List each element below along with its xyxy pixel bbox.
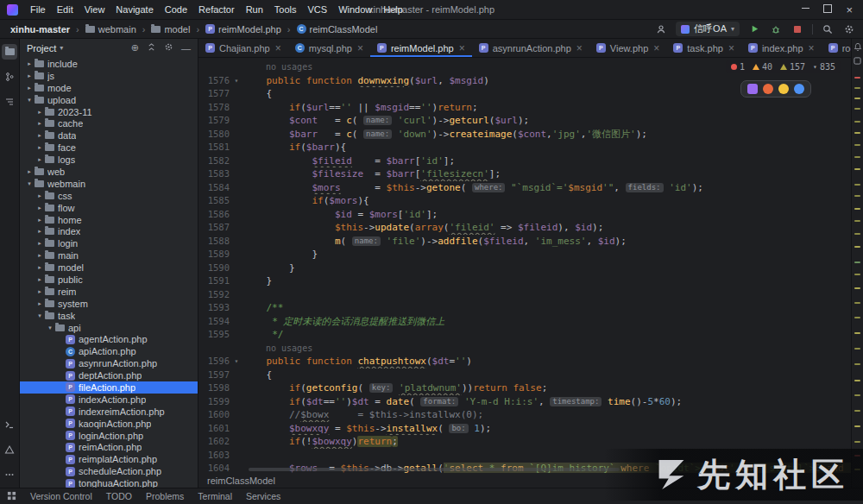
minimize-icon[interactable]	[802, 8, 809, 9]
breadcrumb-reimclassmodel[interactable]: CreimClassModel	[293, 23, 381, 35]
tab-rockfun-php[interactable]: ProckFun.php×	[822, 39, 851, 57]
tree-item-home[interactable]: ▸home	[20, 214, 198, 226]
tree-item-cache[interactable]: ▸cache	[20, 117, 198, 129]
collapse-all-icon[interactable]	[147, 42, 156, 54]
statusbar-terminal[interactable]: Terminal	[198, 491, 232, 501]
tree-item-fileaction-php[interactable]: PfileAction.php	[20, 381, 198, 394]
breadcrumb-webmain[interactable]: webmain	[82, 23, 140, 35]
structure-tool-icon[interactable]	[2, 94, 17, 110]
tree-item-task[interactable]: ▾task	[20, 310, 198, 322]
tool-windows-icon[interactable]	[7, 491, 16, 502]
breadcrumb-model[interactable]: model	[148, 23, 193, 35]
tree-item-main[interactable]: ▸main	[20, 249, 198, 261]
tab-index-php[interactable]: Pindex.php×	[741, 39, 822, 57]
project-panel-title[interactable]: Project	[27, 43, 56, 54]
tree-item-model[interactable]: ▸model	[20, 261, 198, 274]
tree-item-face[interactable]: ▸face	[20, 142, 198, 154]
tree-item-deptaction-php[interactable]: PdeptAction.php	[20, 369, 198, 381]
run-configuration-selector[interactable]: 信呼OA ▾	[676, 22, 740, 36]
tree-item-webmain[interactable]: ▾webmain	[20, 178, 198, 190]
problems-tool-icon[interactable]	[2, 442, 17, 457]
tree-item-index[interactable]: ▸index	[20, 225, 198, 237]
close-tab-icon[interactable]: ×	[576, 44, 583, 53]
menu-tools[interactable]: Tools	[269, 3, 302, 16]
close-tab-icon[interactable]: ×	[653, 44, 659, 53]
tree-item-reimaction-php[interactable]: PreimAction.php	[20, 442, 198, 454]
tree-item-web[interactable]: ▸web	[20, 166, 198, 178]
menu-navigate[interactable]: Navigate	[110, 3, 158, 16]
tree-item-asynrunaction-php[interactable]: PasynrunAction.php	[20, 357, 198, 369]
menu-run[interactable]: Run	[241, 3, 268, 16]
tree-item-public[interactable]: ▸public	[20, 274, 198, 286]
tab-asynrunaction-php[interactable]: PasynrunAction.php×	[472, 39, 589, 57]
tree-item-reimplataction-php[interactable]: PreimplatAction.php	[20, 453, 198, 465]
tree-item-tonghuaaction-php[interactable]: PtonghuaAction.php	[20, 477, 198, 488]
statusbar-version-control[interactable]: Version Control	[30, 491, 92, 501]
menu-help[interactable]: Help	[378, 3, 408, 16]
stop-button[interactable]	[791, 22, 804, 36]
tab-task-php[interactable]: Ptask.php×	[666, 39, 741, 57]
tree-item-mode[interactable]: ▸mode	[20, 82, 198, 94]
more-tools-icon[interactable]	[2, 467, 17, 482]
hide-panel-icon[interactable]: —	[181, 43, 191, 54]
menu-edit[interactable]: Edit	[52, 3, 79, 16]
breadcrumb-scope[interactable]: reimClassModel	[207, 476, 275, 486]
tree-item-reim[interactable]: ▸reim	[20, 286, 198, 298]
menu-window[interactable]: Window	[333, 3, 377, 16]
terminal-tool-icon[interactable]	[2, 417, 17, 432]
menu-vcs[interactable]: VCS	[303, 3, 333, 16]
error-stripe[interactable]	[851, 39, 863, 488]
menu-refactor[interactable]: Refactor	[193, 3, 240, 16]
tree-item-indexaction-php[interactable]: PindexAction.php	[20, 394, 198, 406]
user-account-icon[interactable]	[654, 22, 668, 36]
close-tab-icon[interactable]: ×	[809, 44, 815, 53]
tree-item-indexreimaction-php[interactable]: PindexreimAction.php	[20, 406, 198, 418]
chrome-icon[interactable]	[778, 84, 789, 94]
tree-item-loginaction-php[interactable]: PloginAction.php	[20, 430, 198, 442]
menu-code[interactable]: Code	[160, 3, 192, 16]
close-icon[interactable]: ×	[846, 5, 853, 15]
tab-mysql-php[interactable]: Cmysql.php×	[288, 39, 370, 57]
locate-file-icon[interactable]: ⊕	[131, 42, 139, 54]
settings-gear-icon[interactable]	[842, 22, 856, 36]
tree-item-flow[interactable]: ▸flow	[20, 202, 198, 214]
tab-view-php[interactable]: PView.php×	[589, 39, 666, 57]
tree-item-css[interactable]: ▸css	[20, 190, 198, 202]
close-tab-icon[interactable]: ×	[357, 44, 363, 53]
editor[interactable]: no usages1576▾ public function downwxing…	[198, 58, 851, 473]
maximize-icon[interactable]	[823, 4, 832, 13]
search-everywhere-icon[interactable]	[821, 22, 835, 36]
tree-item-scheduleaction-php[interactable]: PscheduleAction.php	[20, 465, 198, 477]
inspections-widget[interactable]: 1 40 157 ▾835	[726, 60, 841, 73]
tree-item-api[interactable]: ▾api	[20, 322, 198, 334]
tree-item-system[interactable]: ▸system	[20, 298, 198, 310]
tree-item-logs[interactable]: ▸logs	[20, 154, 198, 166]
menu-file[interactable]: File	[25, 3, 51, 16]
tree-item-kaoqinaction-php[interactable]: PkaoqinAction.php	[20, 418, 198, 430]
statusbar-problems[interactable]: Problems	[146, 491, 184, 501]
tree-item-login[interactable]: ▸login	[20, 237, 198, 249]
horizontal-scrollbar[interactable]	[249, 468, 620, 471]
firefox-icon[interactable]	[763, 84, 773, 94]
tree-item-data[interactable]: ▸data	[20, 129, 198, 142]
notifications-bell-icon[interactable]	[853, 42, 862, 52]
close-tab-icon[interactable]: ×	[459, 44, 465, 53]
statusbar-todo[interactable]: TODO	[106, 491, 132, 501]
breadcrumb-xinhu-master[interactable]: xinhu-master	[7, 23, 73, 35]
tree-item-agentaction-php[interactable]: PagentAction.php	[20, 333, 198, 345]
tree-item-include[interactable]: ▸include	[20, 58, 198, 70]
debug-button[interactable]	[769, 22, 783, 36]
panel-settings-icon[interactable]	[164, 42, 173, 54]
breadcrumb-reimmodel-php[interactable]: PreimModel.php	[202, 23, 285, 35]
usages-hint[interactable]: no usages	[266, 62, 312, 72]
tab-chajian-php[interactable]: PChajian.php×	[198, 39, 288, 57]
commit-tool-icon[interactable]	[2, 69, 17, 85]
project-tool-icon[interactable]	[2, 44, 17, 60]
tree-item-js[interactable]: ▸js	[20, 70, 198, 82]
usages-hint[interactable]: no usages	[266, 343, 312, 353]
tree-item-apiaction-php[interactable]: CapiAction.php	[20, 345, 198, 357]
edge-icon[interactable]	[794, 84, 804, 94]
code-area[interactable]: no usages1576▾ public function downwxing…	[198, 58, 851, 473]
close-tab-icon[interactable]: ×	[728, 44, 734, 53]
builtin-preview-icon[interactable]	[747, 84, 758, 94]
